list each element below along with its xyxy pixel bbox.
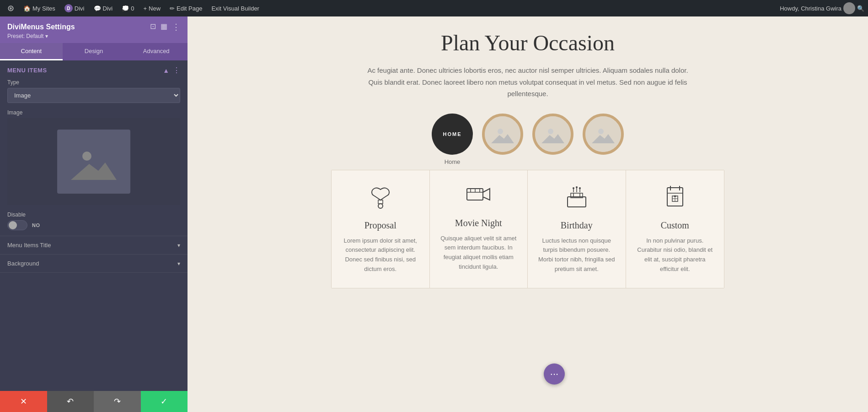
edit-page-btn[interactable]: ✏ Edit Page: [166, 0, 206, 16]
svg-marker-6: [541, 134, 564, 143]
comment-icon: 💬: [94, 5, 101, 12]
my-sites-label: My Sites: [32, 5, 55, 12]
columns-icon[interactable]: ▦: [161, 22, 167, 32]
circle-img-3: [541, 125, 564, 143]
circle-placeholder-4: [585, 116, 621, 152]
section-actions: ▲ ⋮: [163, 66, 180, 75]
disable-label: Disable: [7, 211, 180, 218]
section-header: Menu Items ▲ ⋮: [7, 66, 180, 75]
fab-icon: ···: [550, 368, 558, 380]
circle-placeholder-3: [535, 116, 571, 152]
toggle-row: NO: [7, 220, 180, 230]
main-layout: DiviMenus Settings ⊡ ▦ ⋮ Preset: Default…: [0, 16, 868, 412]
svg-point-5: [548, 129, 553, 134]
panel-title: DiviMenus Settings: [7, 23, 75, 31]
chevron-down-icon-2: ▾: [177, 260, 180, 267]
wordpress-icon-btn[interactable]: ⊛: [4, 0, 18, 16]
svg-marker-4: [491, 134, 514, 143]
comments-btn[interactable]: 💬 Divi: [90, 0, 117, 16]
new-btn[interactable]: + New: [139, 0, 164, 16]
pencil-icon: ✏: [170, 5, 175, 12]
card-birthday: Birthday Luctus lectus non quisque turpi…: [528, 170, 626, 288]
menu-items-title: Menu Items: [7, 67, 47, 74]
nav-item-4: [583, 114, 624, 165]
page-content: Plan Your Occasion Ac feugiat ante. Done…: [322, 16, 734, 302]
home-label: Home: [445, 158, 461, 165]
collapse-icon[interactable]: ▲: [163, 67, 169, 74]
new-label: New: [149, 5, 161, 12]
disable-toggle[interactable]: [7, 220, 27, 230]
save-button[interactable]: ✓: [141, 391, 188, 412]
svg-point-7: [598, 129, 604, 134]
menu-items-section: Menu Items ▲ ⋮ Type Image Icon Text None: [0, 60, 188, 236]
right-content: Plan Your Occasion Ac feugiat ante. Done…: [188, 16, 868, 412]
image-preview[interactable]: [7, 118, 180, 205]
proposal-text: Lorem ipsum dolor sit amet, consectetur …: [341, 236, 420, 274]
menu-items-title-section[interactable]: Menu Items Title ▾: [0, 236, 188, 255]
tab-design[interactable]: Design: [63, 43, 125, 60]
home-circle-text: HOME: [443, 131, 462, 137]
home-icon: 🏠: [23, 5, 31, 12]
section-more-icon[interactable]: ⋮: [173, 66, 180, 75]
divi-btn[interactable]: D Divi: [61, 0, 88, 16]
svg-marker-8: [592, 134, 615, 143]
search-icon[interactable]: 🔍: [857, 5, 864, 12]
type-field: Type Image Icon Text None: [7, 79, 180, 103]
svg-marker-12: [483, 189, 490, 200]
svg-point-25: [576, 186, 578, 188]
card-custom: Custom In non pulvinar purus. Curabitur …: [626, 170, 724, 288]
tab-advanced[interactable]: Advanced: [125, 43, 188, 60]
chevron-down-icon: ▾: [177, 242, 180, 249]
resize-icon[interactable]: ⊡: [150, 22, 156, 32]
pending-btn[interactable]: 💭 0: [118, 0, 138, 16]
tab-content[interactable]: Content: [0, 43, 63, 60]
more-icon[interactable]: ⋮: [172, 22, 180, 32]
redo-button[interactable]: ↷: [94, 391, 141, 412]
home-circle[interactable]: HOME: [432, 114, 473, 155]
background-section[interactable]: Background ▾: [0, 255, 188, 273]
user-avatar[interactable]: [843, 2, 855, 14]
toggle-knob: [9, 221, 17, 229]
type-label: Type: [7, 79, 180, 86]
nav-item-2: [482, 114, 523, 165]
preset-selector[interactable]: Preset: Default: [7, 33, 180, 39]
exit-visual-builder-btn[interactable]: Exit Visual Builder: [208, 0, 263, 16]
placeholder-svg: [71, 143, 117, 180]
svg-point-24: [573, 187, 574, 189]
undo-button[interactable]: ↶: [47, 391, 94, 412]
admin-user-area: Howdy, Christina Gwira 🔍: [780, 2, 864, 14]
my-sites-btn[interactable]: 🏠 My Sites: [20, 0, 59, 16]
undo-icon: ↶: [67, 396, 74, 407]
divi-icon: D: [64, 4, 73, 12]
image-placeholder: [57, 130, 130, 194]
disable-value: NO: [32, 222, 40, 228]
movie-title: Movie Night: [439, 218, 519, 228]
cancel-button[interactable]: ✕: [0, 391, 47, 412]
birthday-title: Birthday: [537, 220, 616, 231]
type-select[interactable]: Image Icon Text None: [7, 88, 180, 103]
howdy-text: Howdy, Christina Gwira: [780, 5, 841, 12]
nav-item-home: HOME Home: [432, 114, 473, 165]
movie-text: Quisque aliquet velit sit amet sem inter…: [439, 234, 519, 272]
exit-label: Exit Visual Builder: [211, 5, 259, 12]
nav-item-3: [532, 114, 573, 165]
svg-point-9: [378, 204, 383, 208]
nav-circle-2[interactable]: [482, 114, 523, 155]
background-label: Background: [7, 260, 39, 267]
svg-point-26: [579, 187, 581, 189]
nav-circle-4[interactable]: [583, 114, 624, 155]
svg-point-1: [82, 152, 91, 161]
fab-button[interactable]: ···: [544, 363, 565, 385]
custom-text: In non pulvinar purus. Curabitur nisi od…: [635, 236, 715, 274]
save-icon: ✓: [161, 396, 167, 407]
redo-icon: ↷: [114, 396, 121, 407]
birthday-text: Luctus lectus non quisque turpis bibendu…: [537, 236, 616, 274]
image-field: Image: [7, 109, 180, 205]
circle-placeholder-2: [485, 116, 520, 152]
panel-header: DiviMenus Settings ⊡ ▦ ⋮ Preset: Default: [0, 16, 188, 43]
disable-field: Disable NO: [7, 211, 180, 230]
nav-circle-3[interactable]: [532, 114, 573, 155]
divi-label: Divi: [75, 5, 85, 12]
svg-point-3: [498, 129, 503, 134]
plus-icon: +: [143, 5, 147, 12]
